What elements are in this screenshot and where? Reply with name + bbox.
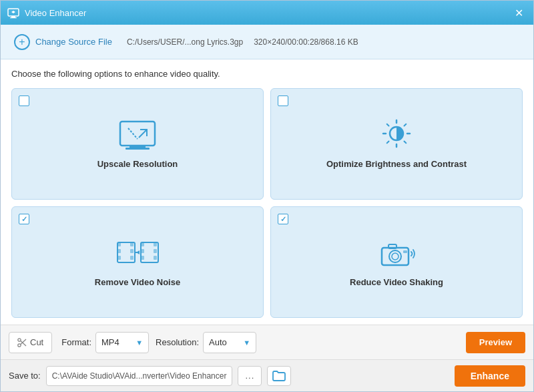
- noise-checkbox[interactable]: [19, 214, 29, 224]
- brightness-label: Optimize Brightness and Contrast: [326, 159, 467, 169]
- svg-rect-18: [117, 242, 121, 246]
- cut-label: Cut: [30, 337, 43, 347]
- svg-rect-5: [125, 148, 150, 150]
- svg-point-38: [18, 338, 21, 341]
- change-source-label: Change Source File: [35, 37, 112, 47]
- svg-rect-30: [154, 256, 157, 260]
- shaking-label: Reduce Video Shaking: [350, 277, 443, 287]
- resolution-value: Auto: [209, 337, 227, 347]
- save-bar: Save to: C:\AVAide Studio\AVAid...nverte…: [1, 359, 533, 391]
- save-path-text: C:\AVAide Studio\AVAid...nverter\Video E…: [52, 371, 227, 381]
- shaking-icon: [376, 237, 417, 270]
- change-source-button[interactable]: + Change Source File: [10, 31, 116, 53]
- brightness-icon: [376, 119, 417, 152]
- upscale-icon: [117, 119, 158, 152]
- window-title: Video Enhancer: [25, 8, 511, 18]
- option-upscale[interactable]: Upscale Resolution: [11, 88, 264, 200]
- source-bar: + Change Source File C:/Users/USER/...on…: [1, 25, 533, 59]
- svg-point-34: [392, 253, 398, 260]
- resolution-label: Resolution:: [156, 337, 199, 347]
- svg-rect-36: [403, 250, 407, 253]
- svg-rect-26: [141, 249, 144, 253]
- options-grid: Upscale Resolution: [11, 88, 523, 318]
- svg-rect-19: [117, 249, 121, 253]
- resolution-dropdown-arrow: ▼: [243, 339, 250, 347]
- noise-icon: [116, 237, 160, 270]
- svg-rect-29: [154, 249, 157, 253]
- svg-rect-20: [117, 256, 121, 260]
- option-brightness[interactable]: Optimize Brightness and Contrast: [270, 88, 523, 200]
- option-shaking[interactable]: Reduce Video Shaking: [270, 206, 523, 318]
- format-dropdown-arrow: ▼: [136, 339, 143, 347]
- preview-button[interactable]: Preview: [466, 332, 525, 353]
- title-bar: Video Enhancer ✕: [1, 1, 533, 25]
- svg-line-15: [405, 124, 407, 126]
- svg-line-13: [387, 124, 389, 126]
- svg-rect-27: [141, 256, 144, 260]
- format-value: MP4: [101, 337, 119, 347]
- upscale-label: Upscale Resolution: [97, 159, 178, 169]
- noise-label: Remove Video Noise: [95, 277, 180, 287]
- svg-rect-4: [129, 146, 146, 148]
- svg-rect-1: [11, 16, 15, 17]
- svg-rect-28: [154, 242, 157, 246]
- svg-line-16: [387, 142, 389, 144]
- folder-icon: [272, 371, 286, 381]
- shaking-checkbox[interactable]: [278, 214, 288, 224]
- app-window: Video Enhancer ✕ + Change Source File C:…: [0, 0, 534, 392]
- enhance-button[interactable]: Enhance: [455, 365, 525, 387]
- scissors-icon: [17, 338, 27, 347]
- instruction-text: Choose the following options to enhance …: [11, 69, 523, 79]
- resolution-group: Resolution: Auto ▼: [156, 332, 256, 353]
- resolution-select[interactable]: Auto ▼: [203, 332, 256, 353]
- svg-rect-25: [141, 242, 144, 246]
- save-path: C:\AVAide Studio\AVAid...nverter\Video E…: [46, 366, 233, 386]
- add-circle-icon: +: [14, 34, 30, 50]
- svg-rect-23: [130, 256, 134, 260]
- svg-line-14: [405, 142, 407, 144]
- brightness-checkbox[interactable]: [278, 95, 288, 106]
- app-icon: [7, 7, 19, 19]
- svg-line-7: [139, 130, 147, 138]
- browse-dots-button[interactable]: ...: [238, 366, 262, 386]
- open-folder-button[interactable]: [267, 366, 291, 386]
- svg-line-6: [128, 128, 138, 139]
- svg-point-37: [18, 343, 21, 346]
- svg-rect-3: [120, 122, 155, 146]
- format-select[interactable]: MP4 ▼: [95, 332, 149, 353]
- format-group: Format: MP4 ▼: [61, 332, 149, 353]
- save-label: Save to:: [9, 371, 41, 381]
- svg-rect-21: [130, 242, 134, 246]
- option-noise[interactable]: Remove Video Noise: [11, 206, 264, 318]
- format-label: Format:: [61, 337, 91, 347]
- file-path: C:/Users/USER/...ong Lyrics.3gp: [127, 37, 243, 47]
- svg-point-33: [389, 250, 401, 262]
- close-button[interactable]: ✕: [511, 5, 527, 21]
- bottom-toolbar: Cut Format: MP4 ▼ Resolution: Auto ▼ Pre…: [1, 325, 533, 359]
- file-meta: 320×240/00:00:28/868.16 KB: [254, 37, 358, 47]
- svg-rect-2: [10, 17, 17, 18]
- cut-button[interactable]: Cut: [9, 332, 52, 353]
- svg-rect-22: [130, 249, 134, 253]
- main-content: Choose the following options to enhance …: [1, 59, 533, 325]
- svg-rect-35: [388, 244, 396, 248]
- upscale-checkbox[interactable]: [19, 95, 29, 106]
